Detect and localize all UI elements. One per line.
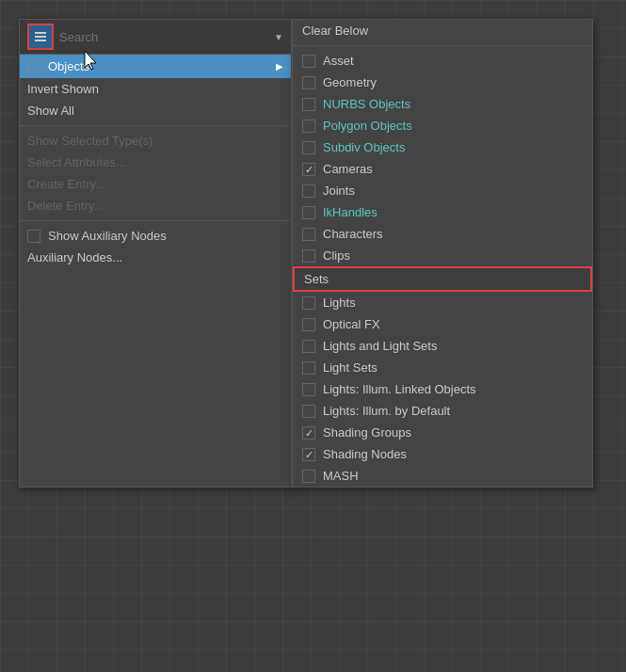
optical-fx-label: Optical FX bbox=[323, 317, 380, 331]
shading-groups-label: Shading Groups bbox=[323, 425, 411, 440]
auxiliary-nodes-checkbox[interactable] bbox=[27, 230, 40, 243]
shading-nodes-item[interactable]: Shading Nodes bbox=[293, 443, 592, 465]
auxiliary-nodes-label: Auxiliary Nodes... bbox=[27, 250, 122, 264]
shading-groups-checkbox[interactable] bbox=[302, 426, 315, 440]
show-all-label: Show All bbox=[27, 104, 74, 118]
joints-checkbox[interactable] bbox=[302, 184, 315, 198]
clips-checkbox[interactable] bbox=[302, 249, 315, 263]
auxiliary-nodes-item[interactable]: Auxiliary Nodes... bbox=[20, 247, 291, 268]
lights-illum-default-item[interactable]: Lights: Illum. by Default bbox=[293, 400, 592, 422]
submenu-arrow-icon: ▶ bbox=[276, 61, 283, 72]
ikhandles-item[interactable]: IkHandles bbox=[293, 201, 592, 223]
select-attributes-item: Select Attributes... bbox=[20, 152, 291, 173]
invert-shown-item[interactable]: Invert Shown bbox=[20, 78, 291, 100]
clear-below-item[interactable]: Clear Below bbox=[293, 20, 592, 41]
svg-rect-2 bbox=[35, 40, 46, 41]
show-auxiliary-nodes-label: Show Auxiliary Nodes bbox=[48, 229, 167, 243]
delete-entry-label: Delete Entry... bbox=[27, 199, 104, 213]
lights-light-sets-checkbox[interactable] bbox=[302, 340, 315, 353]
mash-label: MASH bbox=[323, 469, 359, 483]
create-entry-label: Create Entry... bbox=[27, 177, 105, 191]
asset-label: Asset bbox=[323, 54, 354, 68]
ikhandles-checkbox[interactable] bbox=[302, 206, 315, 219]
show-auxiliary-nodes-item[interactable]: Show Auxiliary Nodes bbox=[20, 225, 291, 247]
nurbs-checkbox[interactable] bbox=[302, 98, 315, 111]
shading-nodes-checkbox[interactable] bbox=[302, 448, 315, 461]
create-entry-item: Create Entry... bbox=[20, 173, 291, 195]
light-sets-label: Light Sets bbox=[323, 360, 377, 375]
subdiv-objects-label: Subdiv Objects bbox=[323, 140, 405, 154]
subdiv-checkbox[interactable] bbox=[302, 141, 315, 154]
nurbs-objects-item[interactable]: NURBS Objects bbox=[293, 93, 592, 115]
shading-nodes-label: Shading Nodes bbox=[323, 447, 407, 461]
objects-menu-item[interactable]: Objects ▶ bbox=[20, 55, 291, 78]
clips-item[interactable]: Clips bbox=[293, 245, 592, 266]
geometry-label: Geometry bbox=[323, 75, 377, 89]
delete-entry-item: Delete Entry... bbox=[20, 195, 291, 216]
nurbs-objects-label: NURBS Objects bbox=[323, 97, 410, 111]
characters-checkbox[interactable] bbox=[302, 228, 315, 241]
characters-label: Characters bbox=[323, 227, 383, 241]
dropdown-arrow-icon[interactable]: ▼ bbox=[274, 32, 283, 42]
joints-label: Joints bbox=[323, 184, 355, 198]
shading-groups-item[interactable]: Shading Groups bbox=[293, 422, 592, 443]
show-all-item[interactable]: Show All bbox=[20, 100, 291, 121]
clips-label: Clips bbox=[323, 248, 350, 263]
clear-below-label: Clear Below bbox=[302, 24, 368, 38]
joints-item[interactable]: Joints bbox=[293, 180, 592, 201]
separator-2 bbox=[20, 220, 291, 221]
optical-fx-item[interactable]: Optical FX bbox=[293, 313, 592, 335]
mash-checkbox[interactable] bbox=[302, 470, 315, 483]
asset-item[interactable]: Asset bbox=[293, 50, 592, 72]
polygon-checkbox[interactable] bbox=[302, 120, 315, 133]
lights-illum-linked-checkbox[interactable] bbox=[302, 383, 315, 396]
cameras-checkbox[interactable] bbox=[302, 163, 315, 176]
cameras-label: Cameras bbox=[323, 162, 373, 176]
geometry-item[interactable]: Geometry bbox=[293, 72, 592, 93]
optical-fx-checkbox[interactable] bbox=[302, 318, 315, 331]
characters-item[interactable]: Characters bbox=[293, 223, 592, 245]
cameras-item[interactable]: Cameras bbox=[293, 158, 592, 180]
asset-checkbox[interactable] bbox=[302, 55, 315, 68]
left-menu: ▼ Objects ▶ Invert Shown Show All Show S… bbox=[19, 19, 292, 488]
light-sets-item[interactable]: Light Sets bbox=[293, 357, 592, 378]
svg-rect-0 bbox=[35, 32, 46, 34]
lights-illum-default-label: Lights: Illum. by Default bbox=[323, 404, 450, 418]
ikhandles-label: IkHandles bbox=[323, 205, 377, 219]
select-attributes-label: Select Attributes... bbox=[27, 155, 126, 169]
polygon-objects-item[interactable]: Polygon Objects bbox=[293, 115, 592, 136]
show-selected-types-label: Show Selected Type(s) bbox=[27, 134, 152, 148]
lights-and-light-sets-item[interactable]: Lights and Light Sets bbox=[293, 335, 592, 357]
invert-shown-label: Invert Shown bbox=[27, 82, 99, 96]
light-sets-checkbox[interactable] bbox=[302, 361, 315, 375]
search-input[interactable] bbox=[59, 30, 274, 44]
sets-item[interactable]: Sets bbox=[293, 266, 592, 292]
layers-icon bbox=[33, 29, 48, 44]
right-separator-1 bbox=[293, 45, 592, 46]
lights-illum-default-checkbox[interactable] bbox=[302, 405, 315, 418]
search-bar: ▼ bbox=[20, 20, 291, 55]
polygon-objects-label: Polygon Objects bbox=[323, 119, 412, 133]
sets-label: Sets bbox=[304, 272, 581, 286]
context-menu-container: ▼ Objects ▶ Invert Shown Show All Show S… bbox=[19, 19, 593, 488]
lights-label: Lights bbox=[323, 296, 356, 310]
subdiv-objects-item[interactable]: Subdiv Objects bbox=[293, 136, 592, 158]
geometry-checkbox[interactable] bbox=[302, 76, 315, 89]
objects-checkbox[interactable] bbox=[27, 60, 40, 73]
lights-illum-linked-item[interactable]: Lights: Illum. Linked Objects bbox=[293, 378, 592, 400]
lights-checkbox[interactable] bbox=[302, 296, 315, 310]
mash-item[interactable]: MASH bbox=[293, 465, 592, 487]
lights-and-light-sets-label: Lights and Light Sets bbox=[323, 339, 437, 353]
menu-icon-box[interactable] bbox=[27, 24, 54, 50]
objects-label: Objects bbox=[48, 59, 89, 73]
lights-illum-linked-label: Lights: Illum. Linked Objects bbox=[323, 382, 476, 396]
show-selected-types-item: Show Selected Type(s) bbox=[20, 130, 291, 152]
svg-rect-1 bbox=[35, 36, 46, 38]
right-submenu: Clear Below Asset Geometry NURBS Objects… bbox=[292, 19, 593, 488]
lights-item[interactable]: Lights bbox=[293, 292, 592, 313]
separator-1 bbox=[20, 125, 291, 126]
